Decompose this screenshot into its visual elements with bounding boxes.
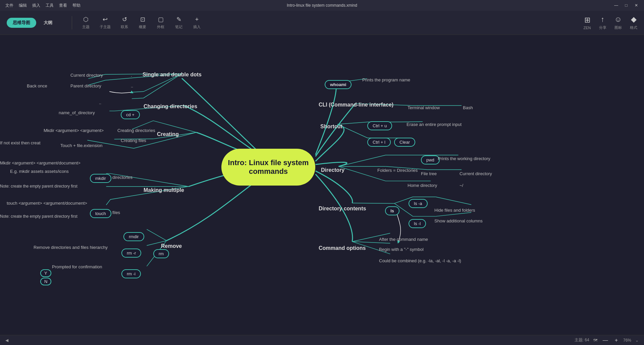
- subtopic-bash: Bash: [463, 105, 473, 110]
- code-n[interactable]: N: [40, 278, 51, 285]
- subtopic-touch-file: Touch + file.extension: [60, 143, 102, 148]
- zoom-in-button[interactable]: +: [613, 337, 619, 343]
- title-bar: 文件 编辑 插入 工具 查看 帮助 Intro-linux file syste…: [0, 0, 644, 11]
- topic-cli[interactable]: CLI (Command-line interface): [319, 102, 393, 108]
- code-ls[interactable]: ls: [385, 206, 399, 215]
- subtopic-erase-prompt: Erase an entire prompt input: [407, 122, 462, 127]
- maximize-button[interactable]: □: [624, 3, 629, 8]
- subtopic-dotdot: ..: [131, 83, 133, 88]
- menu-view[interactable]: 查看: [59, 3, 67, 8]
- insert-icon: +: [195, 16, 199, 23]
- code-ctrl-l[interactable]: Ctrl + l: [367, 138, 391, 147]
- code-mkdir[interactable]: mkdir: [90, 174, 111, 183]
- topic-icon: ⬡: [83, 16, 89, 23]
- summary-label: 概要: [139, 24, 146, 29]
- subtopic-could-combined: Could be combined (e.g. -la, -al, -l -a,…: [379, 258, 461, 263]
- code-cd-plus[interactable]: cd +: [121, 110, 140, 119]
- topic-command-options[interactable]: Command options: [319, 245, 366, 251]
- code-pwd[interactable]: pwd: [421, 155, 440, 164]
- status-bar: ◀ 主题: 64 🗺 — + 76% ⌄: [0, 335, 644, 345]
- tool-connect[interactable]: ↺ 联系: [116, 14, 133, 31]
- insert-label: 插入: [193, 24, 201, 29]
- subtopic-name-of-directory: name_of_directory: [59, 110, 95, 115]
- code-ctrl-u[interactable]: Ctrl + u: [367, 121, 392, 130]
- tab-outline[interactable]: 大纲: [38, 18, 58, 28]
- zoom-dropdown-icon[interactable]: ⌄: [635, 338, 639, 343]
- mindmap-canvas[interactable]: Intro: Linux file system commands Single…: [0, 35, 644, 335]
- subtopic-remove-dirs: Remove directories and files hierarchy: [34, 245, 108, 250]
- zoom-out-button[interactable]: —: [601, 337, 609, 343]
- tool-icons[interactable]: ☺ 图标: [614, 15, 622, 30]
- subtopic-home-dir: Home directory: [408, 183, 437, 188]
- frame-icon: ▢: [158, 16, 164, 23]
- scroll-left[interactable]: ◀: [5, 338, 8, 343]
- tool-topic[interactable]: ⬡ 主题: [77, 14, 94, 31]
- menu-file[interactable]: 文件: [5, 3, 13, 8]
- toolbar-right-tools: ⊞ ZEN ↑ 分享 ☺ 图标 ◆ 格式: [584, 15, 637, 30]
- toolbar: 思维导图 大纲 ⬡ 主题 ↩ 子主题 ↺ 联系 ⊡ 概要 ▢ 外框 ✎ 笔记 +…: [0, 11, 644, 35]
- window-title: Intro-linux file system commands.xmind: [287, 3, 357, 8]
- zen-label: ZEN: [584, 26, 591, 30]
- code-rm[interactable]: rm: [153, 249, 169, 258]
- subtopic-begin-with: Begin with a "-" symbol: [379, 247, 424, 252]
- code-y[interactable]: Y: [40, 269, 51, 277]
- subtopic-note-create-empty2: Note: create the empty parent directory …: [0, 214, 77, 219]
- code-clear[interactable]: Clear: [394, 138, 415, 147]
- tool-insert[interactable]: + 插入: [189, 15, 205, 31]
- toolbar-separator: [72, 16, 72, 29]
- subtopic-directories: directories: [112, 175, 132, 180]
- code-rm-r[interactable]: rm -r: [121, 249, 141, 258]
- central-node[interactable]: Intro: Linux file system commands: [221, 149, 315, 186]
- topic-remove[interactable]: Remove: [161, 243, 182, 249]
- frame-label: 外框: [157, 24, 164, 29]
- icons-label: 图标: [614, 25, 622, 30]
- summary-icon: ⊡: [140, 16, 145, 23]
- subtopic-prints-program: Prints the program name: [362, 77, 410, 82]
- menu-help[interactable]: 帮助: [72, 3, 80, 8]
- zoom-level: 76%: [623, 338, 631, 343]
- subtopic-back-once: Back once: [27, 83, 47, 88]
- subtopic-mkdir-arg: Mkdir <argument> <argument>: [44, 128, 104, 133]
- topic-directory[interactable]: Directory: [321, 167, 344, 173]
- code-rm-i[interactable]: rm -i: [121, 269, 141, 278]
- subtopic-icon: ↩: [103, 16, 108, 23]
- code-rmdir[interactable]: rmdir: [123, 232, 144, 241]
- tab-mindmap[interactable]: 思维导图: [7, 18, 36, 28]
- share-label: 分享: [599, 25, 606, 30]
- tool-zen[interactable]: ⊞ ZEN: [584, 16, 591, 30]
- note-label: 笔记: [175, 24, 182, 29]
- topic-single-double-dots[interactable]: Single and double dots: [143, 72, 202, 78]
- topic-shortcut[interactable]: Shortcut: [320, 124, 342, 130]
- code-ls-a[interactable]: ls -a: [409, 199, 428, 208]
- subtopic-mkdir-arg2: Mkdir <argument> <argument/document>: [0, 160, 80, 165]
- tool-format[interactable]: ◆ 格式: [630, 15, 637, 30]
- topic-creating[interactable]: Creating: [157, 131, 179, 137]
- icons-icon: ☺: [614, 15, 622, 24]
- subtopic-hide-files: Hide files and folders: [434, 208, 475, 213]
- subtopic-current-directory: Current directory: [70, 73, 103, 78]
- connection-lines: [0, 35, 644, 335]
- status-right: 主题: 64 🗺 — + 76% ⌄: [575, 337, 639, 343]
- tool-subtopic[interactable]: ↩ 子主题: [96, 14, 115, 31]
- tool-frame[interactable]: ▢ 外框: [152, 14, 169, 31]
- tool-summary[interactable]: ⊡ 概要: [134, 14, 151, 31]
- topic-making-multiple[interactable]: Making multiple: [144, 187, 184, 193]
- subtopic-label: 子主题: [100, 24, 111, 29]
- minimize-button[interactable]: —: [614, 3, 619, 8]
- subtopic-prompted: Prompted for confirmation: [52, 264, 102, 269]
- menu-insert[interactable]: 插入: [32, 3, 40, 8]
- code-whoami[interactable]: whoami: [325, 80, 352, 89]
- tool-share[interactable]: ↑ 分享: [599, 15, 606, 30]
- subtopic-current-dir2: Current directory: [460, 171, 492, 176]
- tool-note[interactable]: ✎ 笔记: [170, 14, 187, 31]
- subtopic-dot: .: [131, 73, 132, 78]
- topic-directory-contents[interactable]: Directory contents: [319, 206, 366, 212]
- code-ls-l[interactable]: ls -l: [409, 219, 426, 228]
- code-touch[interactable]: touch: [90, 209, 111, 218]
- close-button[interactable]: ✕: [634, 3, 639, 8]
- subtopic-prints-working: Prints the working directory: [438, 156, 490, 161]
- topic-changing-directories[interactable]: Changing directories: [144, 104, 197, 110]
- menu-tools[interactable]: 工具: [46, 3, 54, 8]
- subtopic-file-tree: File tree: [421, 171, 437, 176]
- menu-edit[interactable]: 编辑: [19, 3, 27, 8]
